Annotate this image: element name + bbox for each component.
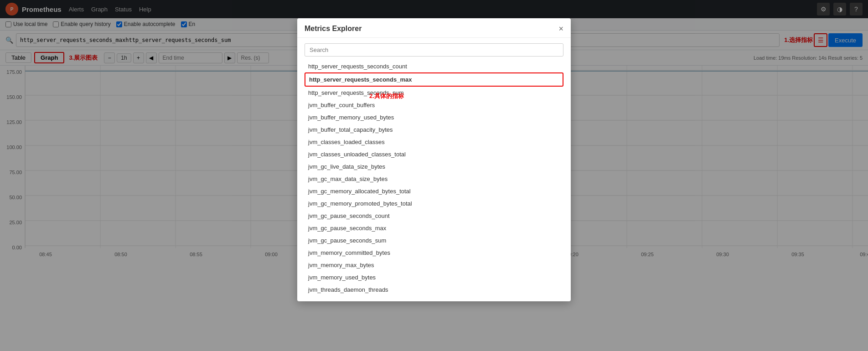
metric-item[interactable]: http_server_requests_seconds_sum	[305, 87, 563, 99]
metric-item[interactable]: jvm_gc_pause_seconds_sum	[305, 234, 563, 247]
metric-item[interactable]: jvm_buffer_memory_used_bytes	[305, 111, 563, 124]
modal-close-btn[interactable]: ×	[558, 25, 563, 33]
metrics-explorer-modal: Metrics Explorer × http_server_requests_…	[297, 18, 571, 262]
metric-item[interactable]: jvm_gc_memory_promoted_bytes_total	[305, 197, 563, 210]
metric-item[interactable]: http_server_requests_seconds_max	[305, 72, 563, 87]
modal-overlay[interactable]: Metrics Explorer × http_server_requests_…	[0, 0, 868, 262]
metric-item[interactable]: jvm_gc_pause_seconds_max	[305, 222, 563, 234]
metric-item[interactable]: jvm_buffer_count_buffers	[305, 99, 563, 111]
metrics-list: http_server_requests_seconds_counthttp_s…	[305, 60, 563, 262]
modal-body: http_server_requests_seconds_counthttp_s…	[297, 38, 571, 262]
metric-item[interactable]: jvm_classes_loaded_classes	[305, 136, 563, 148]
metric-item[interactable]: http_server_requests_seconds_count	[305, 60, 563, 72]
modal-search-input[interactable]	[305, 43, 563, 57]
metric-item[interactable]: jvm_gc_live_data_size_bytes	[305, 160, 563, 173]
modal-title: Metrics Explorer	[305, 25, 362, 33]
metric-item[interactable]: jvm_gc_max_data_size_bytes	[305, 173, 563, 185]
modal-header: Metrics Explorer ×	[297, 18, 571, 38]
metric-item[interactable]: jvm_buffer_total_capacity_bytes	[305, 124, 563, 136]
metric-item[interactable]: jvm_memory_committed_bytes	[305, 247, 563, 259]
metric-item[interactable]: jvm_gc_pause_seconds_count	[305, 210, 563, 222]
metric-item[interactable]: jvm_classes_unloaded_classes_total	[305, 148, 563, 160]
metric-item[interactable]: jvm_gc_memory_allocated_bytes_total	[305, 185, 563, 197]
metric-item[interactable]: jvm_memory_max_bytes	[305, 259, 563, 262]
